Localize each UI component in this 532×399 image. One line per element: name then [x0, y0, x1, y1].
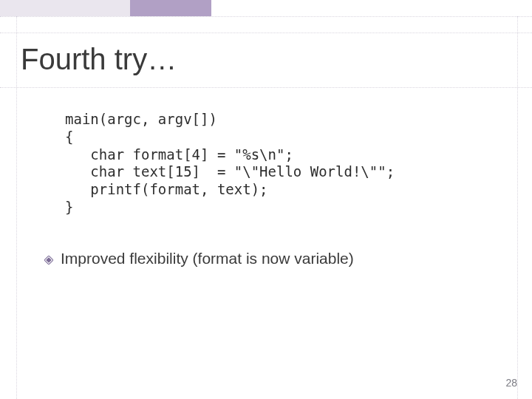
bullet-item: Improved flexibility (format is now vari… [44, 250, 354, 267]
bullet-text: Improved flexibility (format is now vari… [61, 250, 354, 267]
slide-top-decoration [0, 0, 532, 16]
slide-title: Fourth try… [21, 43, 177, 76]
page-number: 28 [505, 377, 517, 389]
diamond-bullet-icon [44, 254, 53, 263]
code-block: main(argc, argv[]) { char format[4] = "%… [65, 111, 395, 216]
